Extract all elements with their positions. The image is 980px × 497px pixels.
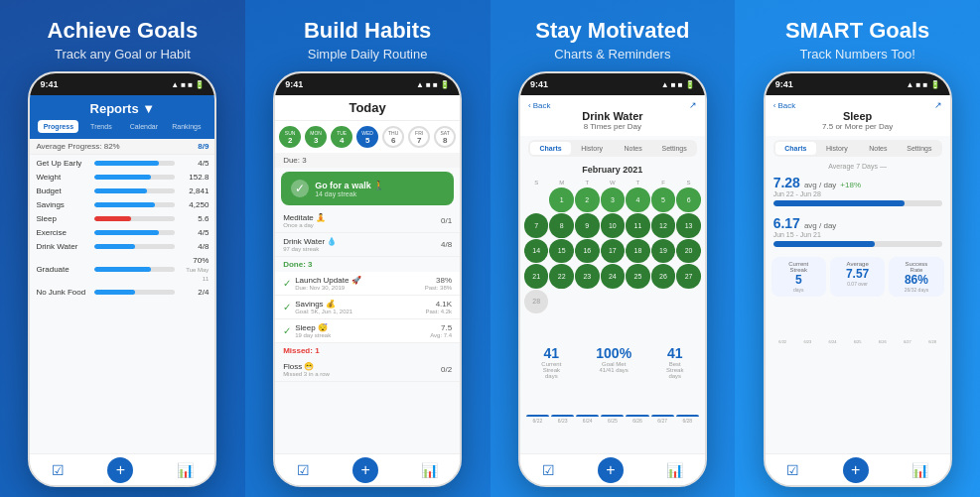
bar bbox=[526, 415, 549, 417]
habit-list: Meditate 🧘 Once a day 0/1 Drink Water 💧 … bbox=[275, 209, 460, 257]
bar-x-label: 6/28 bbox=[682, 418, 692, 424]
goal-value: 5.6 bbox=[179, 214, 209, 223]
back-button-4[interactable]: ‹ Back bbox=[773, 101, 796, 110]
done-sub: Due: Nov 30, 2019 bbox=[295, 285, 421, 291]
habit-val: 0/1 bbox=[441, 216, 452, 225]
day-circle[interactable]: THU6 bbox=[382, 126, 404, 148]
sleep-tab-settings[interactable]: Settings bbox=[899, 142, 940, 155]
cal-day[interactable]: 9 bbox=[575, 213, 600, 238]
cal-day[interactable]: 20 bbox=[676, 239, 701, 264]
goal-value: 70%Tue May 11 bbox=[179, 256, 209, 283]
cal-day[interactable]: 24 bbox=[601, 264, 626, 289]
tab-calendar[interactable]: Calendar bbox=[123, 120, 164, 133]
share-icon-4[interactable]: ↗ bbox=[934, 100, 942, 110]
bar bbox=[676, 415, 699, 417]
tab-trends[interactable]: Trends bbox=[80, 120, 121, 133]
bottom-nav-1: ☑ + 📊 bbox=[30, 453, 214, 485]
day-circle[interactable]: MON3 bbox=[305, 126, 327, 148]
cal-day[interactable]: 7 bbox=[524, 213, 549, 238]
phone-body-3: ‹ Back ↗ Drink Water 8 Times per Day Cha… bbox=[520, 95, 705, 453]
cal-day[interactable]: 6 bbox=[676, 187, 701, 212]
sleep-bar-col: 6/28 bbox=[920, 338, 943, 344]
sleep-stats: CurrentStreak 5 days Average 7.57 0.07 o… bbox=[766, 253, 950, 301]
sleep-bar-col: 6/24 bbox=[821, 338, 844, 344]
nav-chart-icon-2[interactable]: 📊 bbox=[421, 462, 438, 478]
cal-day[interactable]: 12 bbox=[651, 213, 676, 238]
share-icon-3[interactable]: ↗ bbox=[689, 100, 697, 110]
walk-card[interactable]: ✓ Go for a walk 🚶 14 day streak bbox=[281, 172, 454, 205]
cal-day[interactable]: 16 bbox=[575, 239, 600, 264]
cal-day[interactable]: 2 bbox=[575, 187, 600, 212]
nav-chart-icon-3[interactable]: 📊 bbox=[666, 462, 683, 478]
cal-day[interactable]: 8 bbox=[549, 213, 574, 238]
stat-sub-1: days bbox=[777, 287, 820, 293]
current-streak-num: 41 bbox=[541, 345, 561, 361]
goal-value: 4/5 bbox=[179, 159, 209, 168]
cal-day[interactable]: 5 bbox=[651, 187, 676, 212]
cal-day[interactable]: 25 bbox=[626, 264, 650, 289]
phone-status-3: ▲ ■ ■ 🔋 bbox=[661, 80, 695, 89]
phone-status-2: ▲ ■ ■ 🔋 bbox=[416, 80, 450, 89]
cal-day[interactable]: 23 bbox=[575, 264, 600, 289]
cal-day[interactable]: 28 bbox=[524, 290, 549, 314]
sleep-change-1: +18% bbox=[840, 181, 861, 189]
done-val: 38% bbox=[425, 276, 452, 285]
cal-day[interactable]: 15 bbox=[549, 239, 574, 264]
cal-dow: M bbox=[549, 179, 574, 186]
cal-day[interactable]: 4 bbox=[626, 187, 650, 212]
day-circle[interactable]: SAT8 bbox=[434, 126, 456, 148]
tab-rankings[interactable]: Rankings bbox=[166, 120, 207, 133]
goal-item: Sleep 5.6 bbox=[36, 214, 209, 223]
sleep-tab-notes[interactable]: Notes bbox=[858, 142, 900, 155]
day-circle[interactable]: TUE4 bbox=[331, 126, 352, 148]
day-circle[interactable]: FRI7 bbox=[408, 126, 430, 148]
goal-value: 4,250 bbox=[179, 200, 209, 209]
best-streak-label: BestStreakdays bbox=[666, 361, 683, 379]
goal-value: 152.8 bbox=[179, 173, 209, 182]
tab-progress[interactable]: Progress bbox=[38, 120, 78, 133]
cal-day[interactable]: 21 bbox=[524, 264, 549, 289]
day-num: 7 bbox=[417, 136, 421, 145]
cal-day[interactable]: 14 bbox=[524, 239, 549, 264]
day-circle[interactable]: WED5 bbox=[356, 126, 378, 148]
cal-tab-history[interactable]: History bbox=[571, 142, 613, 155]
goal-item: Get Up Early 4/5 bbox=[36, 159, 209, 168]
bar bbox=[551, 415, 574, 417]
day-circle[interactable]: SUN2 bbox=[279, 126, 301, 148]
done-info: Launch Update 🚀 Due: Nov 30, 2019 bbox=[295, 276, 421, 291]
cal-day[interactable]: 11 bbox=[626, 213, 650, 238]
cal-day[interactable]: 17 bbox=[601, 239, 626, 264]
cal-tab-settings[interactable]: Settings bbox=[653, 142, 695, 155]
cal-day[interactable]: 3 bbox=[601, 187, 626, 212]
cal-day[interactable]: 10 bbox=[601, 213, 626, 238]
cal-day[interactable]: 27 bbox=[676, 264, 701, 289]
nav-chart-icon[interactable]: 📊 bbox=[177, 462, 194, 478]
nav-add-button-2[interactable]: + bbox=[352, 457, 378, 483]
cal-tab-notes[interactable]: Notes bbox=[613, 142, 654, 155]
sleep-val-row-1: 7.28 avg / day +18% bbox=[773, 175, 942, 190]
cal-day[interactable]: 22 bbox=[549, 264, 574, 289]
habit-val: 4/8 bbox=[441, 240, 452, 249]
goal-bar bbox=[94, 290, 135, 295]
sleep-tab-history[interactable]: History bbox=[816, 142, 858, 155]
cal-day bbox=[575, 290, 600, 314]
nav-checkmark-icon-4[interactable]: ☑ bbox=[786, 462, 799, 478]
back-button-3[interactable]: ‹ Back bbox=[528, 101, 551, 110]
cal-day[interactable]: 26 bbox=[651, 264, 676, 289]
cal-tab-charts[interactable]: Charts bbox=[530, 142, 572, 155]
cal-day[interactable]: 19 bbox=[651, 239, 676, 264]
panel-achieve-goals: Achieve Goals Track any Goal or Habit 9:… bbox=[0, 0, 245, 497]
cal-day[interactable]: 13 bbox=[676, 213, 701, 238]
cal-day[interactable]: 18 bbox=[626, 239, 650, 264]
cal-day[interactable]: 1 bbox=[549, 187, 574, 212]
nav-chart-icon-4[interactable]: 📊 bbox=[911, 462, 928, 478]
nav-add-button[interactable]: + bbox=[107, 457, 133, 483]
nav-add-button-3[interactable]: + bbox=[598, 457, 624, 483]
nav-add-button-4[interactable]: + bbox=[843, 457, 869, 483]
nav-checkmark-icon[interactable]: ☑ bbox=[52, 462, 65, 478]
nav-checkmark-icon-3[interactable]: ☑ bbox=[542, 462, 555, 478]
goal-met-num: 100% bbox=[596, 345, 631, 361]
sleep-tab-charts[interactable]: Charts bbox=[775, 142, 817, 155]
sleep-bar-col: 6/26 bbox=[871, 338, 894, 344]
nav-checkmark-icon-2[interactable]: ☑ bbox=[297, 462, 310, 478]
